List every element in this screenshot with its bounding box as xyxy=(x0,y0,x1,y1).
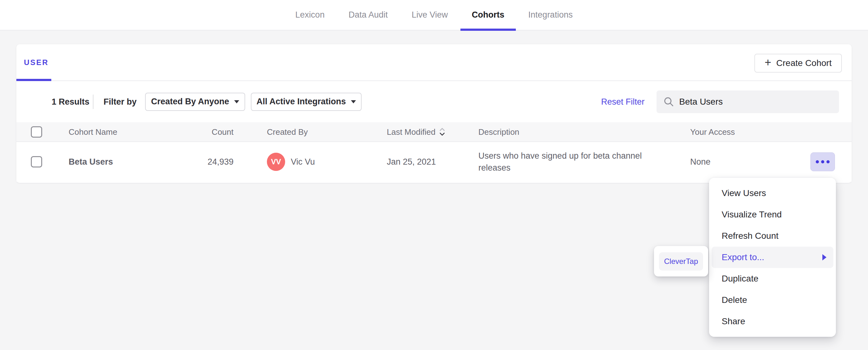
nav-tab-lexicon[interactable]: Lexicon xyxy=(295,0,324,30)
cohort-description: Users who have signed up for beta channe… xyxy=(478,150,650,174)
tab-user-underline xyxy=(17,79,51,81)
tab-user-label: USER xyxy=(24,58,49,67)
menu-item-share[interactable]: Share xyxy=(712,311,833,332)
nav-tab-label: Live View xyxy=(412,10,448,20)
reset-filter-link[interactable]: Reset Filter xyxy=(601,97,645,106)
menu-item-visualize-trend[interactable]: Visualize Trend xyxy=(712,204,833,225)
plus-icon: + xyxy=(765,57,771,68)
more-options-icon xyxy=(816,160,819,163)
menu-item-label: Share xyxy=(722,316,745,326)
table-row: Beta Users 24,939 VV Vic Vu Jan 25, 2021… xyxy=(17,142,851,182)
create-cohort-label: Create Cohort xyxy=(776,58,832,68)
chevron-down-icon xyxy=(234,100,239,103)
search-icon xyxy=(663,97,674,107)
top-navigation: Lexicon Data Audit Live View Cohorts Int… xyxy=(0,0,868,31)
menu-item-view-users[interactable]: View Users xyxy=(712,182,833,204)
access-value: None xyxy=(690,157,711,167)
menu-item-label: Export to... xyxy=(722,252,764,262)
menu-item-label: View Users xyxy=(722,188,766,198)
more-options-button[interactable] xyxy=(810,152,835,171)
last-modified-value: Jan 25, 2021 xyxy=(387,157,436,167)
search-box xyxy=(656,91,839,113)
header-last-modified-sort[interactable]: Last Modified xyxy=(387,127,446,137)
menu-item-duplicate[interactable]: Duplicate xyxy=(712,268,833,289)
export-submenu: CleverTap xyxy=(654,246,708,277)
divider xyxy=(93,95,93,109)
menu-item-label: Delete xyxy=(722,295,747,305)
created-by-dropdown-value: Created By Anyone xyxy=(151,97,229,106)
created-by-dropdown[interactable]: Created By Anyone xyxy=(145,93,245,111)
header-your-access: Your Access xyxy=(690,127,735,137)
nav-tab-label: Lexicon xyxy=(295,10,324,20)
submenu-arrow-icon xyxy=(823,254,827,260)
nav-tab-label: Cohorts xyxy=(472,10,504,20)
menu-item-label: Refresh Count xyxy=(722,231,779,241)
header-created-by: Created By xyxy=(267,127,308,137)
cohort-name-link[interactable]: Beta Users xyxy=(69,157,113,167)
header-last-modified: Last Modified xyxy=(387,127,436,137)
chevron-down-icon xyxy=(351,100,356,103)
nav-tab-live-view[interactable]: Live View xyxy=(412,0,448,30)
table-header: Cohort Name Count Created By Last Modifi… xyxy=(17,122,851,142)
nav-tab-data-audit[interactable]: Data Audit xyxy=(348,0,388,30)
nav-tab-label: Integrations xyxy=(528,10,573,20)
nav-tab-cohorts[interactable]: Cohorts xyxy=(472,0,504,30)
submenu-item-label: CleverTap xyxy=(664,257,698,266)
filter-by-label: Filter by xyxy=(103,97,136,106)
select-all-checkbox[interactable] xyxy=(31,126,42,138)
panel-tabs-row: USER + Create Cohort xyxy=(17,44,851,81)
creator-name: Vic Vu xyxy=(291,157,315,167)
active-tab-underline xyxy=(460,29,516,31)
cohorts-panel: USER + Create Cohort 1 Results Filter by… xyxy=(17,44,851,183)
header-count: Count xyxy=(193,127,234,137)
header-cohort-name: Cohort Name xyxy=(69,127,117,137)
submenu-item-clevertap[interactable]: CleverTap xyxy=(659,252,703,271)
row-checkbox[interactable] xyxy=(31,156,42,168)
more-options-icon xyxy=(821,160,824,163)
nav-tab-label: Data Audit xyxy=(348,10,388,20)
filter-bar: 1 Results Filter by Created By Anyone Al… xyxy=(17,81,851,122)
avatar: VV xyxy=(267,153,285,171)
create-cohort-button[interactable]: + Create Cohort xyxy=(754,54,842,73)
cohort-context-menu: View Users Visualize Trend Refresh Count… xyxy=(709,178,836,337)
results-count: 1 Results xyxy=(52,97,89,106)
integrations-dropdown[interactable]: All Active Integrations xyxy=(251,93,362,111)
search-input[interactable] xyxy=(679,97,832,107)
menu-item-label: Duplicate xyxy=(722,274,758,284)
nav-tab-integrations[interactable]: Integrations xyxy=(528,0,573,30)
integrations-dropdown-value: All Active Integrations xyxy=(256,97,346,106)
tab-user[interactable]: USER xyxy=(17,44,56,80)
sort-icon xyxy=(439,127,446,137)
menu-item-export-to[interactable]: Export to... xyxy=(712,247,833,268)
creator-cell: VV Vic Vu xyxy=(267,153,315,171)
menu-item-refresh-count[interactable]: Refresh Count xyxy=(712,225,833,247)
menu-item-label: Visualize Trend xyxy=(722,210,782,220)
cohort-count: 24,939 xyxy=(193,157,234,167)
menu-item-delete[interactable]: Delete xyxy=(712,289,833,311)
more-options-icon xyxy=(827,160,830,163)
header-description: Description xyxy=(478,127,519,137)
